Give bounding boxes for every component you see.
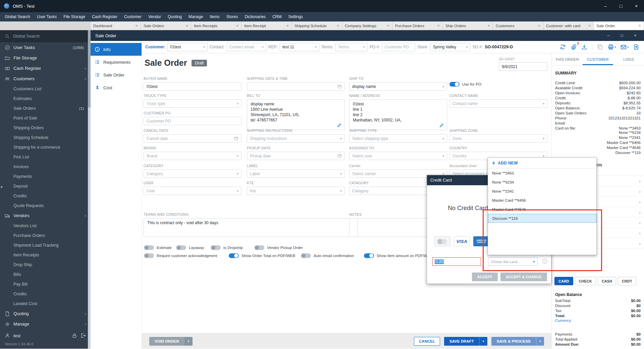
close-icon[interactable]: × — [286, 23, 289, 28]
maximize-button[interactable]: □ — [613, 0, 629, 12]
store-select[interactable]: Spring Valley▾ — [430, 43, 470, 51]
chevron-icon[interactable]: ∨ — [84, 322, 87, 326]
name-address-box[interactable]: 01testline 1line 2Manhattan, NY, 10002, … — [349, 99, 447, 130]
ship-to-select[interactable]: display name▾ — [349, 82, 447, 91]
sidebar-item[interactable]: Payments — [0, 171, 91, 181]
close-icon[interactable]: × — [638, 23, 641, 28]
menu-item[interactable]: Vendor — [145, 12, 164, 21]
rep-select[interactable]: test 11▾ — [280, 43, 319, 51]
chevron-icon[interactable]: ∨ — [84, 312, 87, 315]
contact-select[interactable]: Contact email▾ — [227, 43, 266, 51]
chevron-icon[interactable]: ∧ — [84, 214, 87, 217]
inner-minimize-button[interactable]: – — [602, 33, 615, 38]
global-search-input[interactable]: Global Search — [0, 30, 91, 42]
sidebar-item[interactable]: File Storage — [0, 53, 91, 63]
payment-method-button[interactable]: CASH — [598, 277, 616, 285]
menu-item[interactable]: User Tasks — [34, 12, 60, 21]
sidebar-item[interactable]: Bills — [0, 269, 91, 279]
save-process-dropdown[interactable]: ▾ — [536, 337, 544, 346]
copy-icon[interactable] — [597, 44, 603, 50]
payment-method-button[interactable]: CHECK — [575, 277, 596, 285]
export-icon[interactable] — [633, 44, 639, 50]
charge-amount-input[interactable]: 0.00 — [432, 257, 481, 266]
sidebar-item[interactable]: Estimates — [0, 94, 91, 103]
document-tab[interactable]: Dashboard × — [91, 21, 141, 30]
card-option[interactable]: None **2341 — [488, 187, 596, 196]
so-date-input[interactable]: 9/9/2021 — [499, 62, 547, 71]
close-icon[interactable]: × — [185, 23, 188, 28]
close-icon[interactable]: × — [336, 23, 339, 28]
nav-item[interactable]: Requirements — [91, 56, 142, 68]
document-tab[interactable]: Item Receipts × — [191, 21, 241, 30]
use-for-po-toggle[interactable] — [449, 82, 460, 87]
shipping-instructions-select[interactable]: Shipping instructions▾ — [247, 134, 345, 143]
menu-item[interactable]: File Storage — [60, 12, 89, 21]
menu-item[interactable]: Cash Register — [89, 12, 121, 21]
terms-conditions-textarea[interactable]: This is contract only - void after 30 da… — [144, 218, 358, 237]
document-tab[interactable]: Customers × — [493, 21, 543, 30]
document-tab[interactable]: Ship Orders × — [443, 21, 493, 30]
customer-po-input[interactable]: Customer PO — [382, 43, 415, 51]
void-order-button[interactable]: VOID ORDER ▾ — [149, 337, 193, 346]
shipping-type-select[interactable]: Select shipping type▾ — [349, 134, 447, 143]
edit-icon[interactable] — [439, 123, 444, 128]
toggle-switch[interactable] — [364, 253, 374, 258]
close-icon[interactable]: × — [236, 23, 238, 28]
menu-item[interactable]: Stores — [223, 12, 241, 21]
sidebar-item[interactable]: Landed Cost — [0, 299, 91, 308]
card-option[interactable]: Master Card **4546 — [488, 205, 596, 214]
download-icon[interactable] — [581, 44, 587, 50]
customer-select[interactable]: 01test▾ — [167, 43, 208, 51]
void-order-dropdown[interactable]: ▾ — [184, 337, 193, 346]
terms-select[interactable]: Terms▾ — [335, 43, 368, 51]
sidebar-item[interactable]: Customers ∧ — [0, 73, 91, 84]
customer-po-input[interactable]: Customer PO — [144, 117, 241, 125]
sidebar-item[interactable]: Shipping Orders — [0, 123, 91, 133]
document-tab[interactable]: Purchase Orders × — [392, 21, 443, 30]
minimize-button[interactable]: – — [598, 0, 613, 12]
toggle-switch[interactable] — [229, 253, 239, 258]
document-tab[interactable]: Item Receipt × — [241, 21, 292, 30]
toggle-switch[interactable] — [301, 253, 311, 258]
sidebar-item[interactable]: Point of Sale — [0, 113, 91, 123]
payment-method-button[interactable]: CRDT — [618, 277, 636, 285]
accept-button[interactable]: ACCEPT — [472, 272, 498, 281]
category-select[interactable]: Category▾ — [144, 169, 241, 178]
toggle-switch[interactable] — [176, 245, 186, 250]
calendar-icon[interactable] — [337, 84, 342, 89]
shipping-zone-select[interactable]: Zone▾ — [449, 134, 547, 143]
assigned-to-select[interactable]: Select user▾ — [349, 152, 447, 160]
sidebar-item[interactable]: Invoices — [0, 162, 91, 171]
add-new-card-button[interactable]: + ADD NEW — [488, 158, 596, 168]
toggle-switch[interactable] — [254, 245, 264, 250]
close-icon[interactable]: × — [588, 23, 591, 28]
brand-select[interactable]: Brand▾ — [144, 152, 241, 160]
panel-tab[interactable]: CUSTOMER — [583, 53, 613, 65]
bill-to-box[interactable]: display name1500 Line AvenueShreveport, … — [247, 99, 345, 130]
nav-item[interactable]: Sale Order — [91, 68, 142, 81]
card-option[interactable]: None **3453 — [488, 168, 596, 178]
label-select[interactable]: Label▾ — [247, 169, 345, 178]
sidebar-scrollbar[interactable] — [88, 30, 91, 349]
close-icon[interactable]: × — [437, 23, 440, 28]
menu-item[interactable]: Customer — [121, 12, 145, 21]
sidebar-item[interactable]: User Tasks (1068) — [0, 42, 91, 53]
user-select[interactable]: User▾ — [144, 187, 241, 195]
cancel-button[interactable]: CANCEL — [414, 337, 440, 346]
sidebar-item[interactable]: Cash Register ∨ — [0, 63, 91, 73]
toggle-switch[interactable] — [211, 245, 221, 250]
card-option[interactable]: None **5234 — [488, 178, 596, 187]
accept-charge-button[interactable]: ACCEPT & CHARGE — [500, 272, 547, 281]
sidebar-item[interactable]: Manage ∨ — [0, 319, 91, 329]
truck-type-select[interactable]: Truck type▾ — [144, 99, 241, 108]
toggle-switch[interactable] — [144, 245, 154, 250]
pickup-date-input[interactable]: Pickup date — [247, 152, 345, 160]
panel-tab[interactable]: THIS ORDER — [552, 53, 583, 65]
email-button[interactable]: ▾ — [621, 44, 629, 50]
save-process-button[interactable]: SAVE & PROCESS ▾ — [491, 337, 544, 346]
chevron-icon[interactable]: ∧ — [84, 77, 87, 81]
payment-method-button[interactable]: CARD — [554, 277, 573, 285]
sidebar-item[interactable]: Shipment Load Tracking — [0, 240, 91, 250]
panel-tab[interactable]: LOGS — [613, 53, 644, 65]
document-tab[interactable]: Sale Orders × — [141, 21, 191, 30]
